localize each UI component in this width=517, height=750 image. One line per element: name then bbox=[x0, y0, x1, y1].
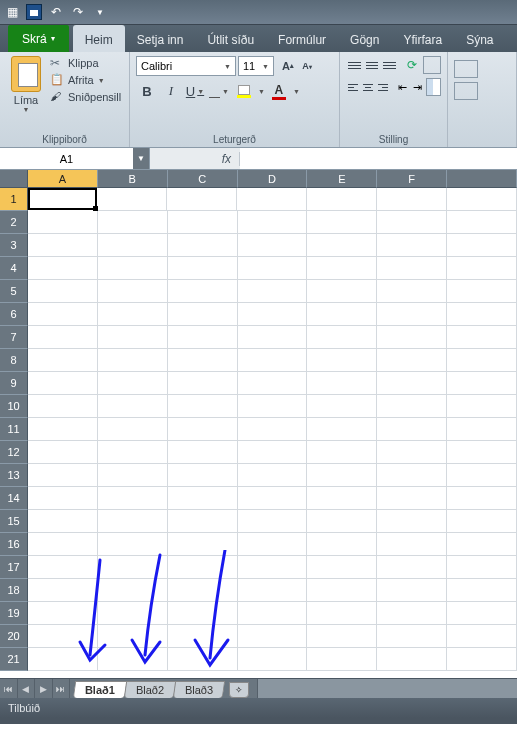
cell[interactable] bbox=[238, 395, 308, 418]
cell[interactable] bbox=[168, 280, 238, 303]
col-header-E[interactable]: E bbox=[307, 170, 377, 188]
cell[interactable] bbox=[98, 625, 168, 648]
fill-color-button[interactable] bbox=[232, 80, 256, 102]
cell[interactable] bbox=[98, 441, 168, 464]
cell[interactable] bbox=[168, 303, 238, 326]
tab-page-layout[interactable]: Útlit síðu bbox=[195, 25, 266, 52]
col-header-A[interactable]: A bbox=[28, 170, 98, 188]
cell[interactable] bbox=[98, 280, 168, 303]
cell[interactable] bbox=[377, 418, 447, 441]
cell[interactable] bbox=[28, 395, 98, 418]
cell[interactable] bbox=[98, 648, 168, 671]
border-button[interactable]: ▼ bbox=[208, 80, 230, 102]
cell[interactable] bbox=[307, 418, 377, 441]
cell[interactable] bbox=[377, 326, 447, 349]
shrink-font-button[interactable]: A▾ bbox=[298, 56, 316, 76]
row-header-7[interactable]: 7 bbox=[0, 326, 28, 349]
cell[interactable] bbox=[28, 625, 98, 648]
cell[interactable] bbox=[447, 602, 517, 625]
cell[interactable] bbox=[238, 303, 308, 326]
row-header-15[interactable]: 15 bbox=[0, 510, 28, 533]
cell[interactable] bbox=[377, 648, 447, 671]
font-name-select[interactable]: Calibri▼ bbox=[136, 56, 236, 76]
cell[interactable] bbox=[447, 648, 517, 671]
name-box-dropdown-icon[interactable]: ▼ bbox=[133, 148, 149, 169]
cell[interactable] bbox=[168, 602, 238, 625]
cell[interactable] bbox=[377, 372, 447, 395]
cell[interactable] bbox=[98, 303, 168, 326]
cell[interactable] bbox=[238, 648, 308, 671]
cell[interactable] bbox=[28, 257, 98, 280]
cell[interactable] bbox=[28, 234, 98, 257]
cell[interactable] bbox=[98, 211, 168, 234]
cell[interactable] bbox=[98, 556, 168, 579]
tab-insert[interactable]: Setja inn bbox=[125, 25, 196, 52]
row-header-20[interactable]: 20 bbox=[0, 625, 28, 648]
cell[interactable] bbox=[377, 602, 447, 625]
row-header-1[interactable]: 1 bbox=[0, 188, 28, 211]
row-header-11[interactable]: 11 bbox=[0, 418, 28, 441]
cell[interactable] bbox=[447, 280, 517, 303]
sheet-nav-next-icon[interactable]: ▶ bbox=[35, 679, 53, 698]
font-size-select[interactable]: 11▼ bbox=[238, 56, 274, 76]
format-painter-button[interactable]: Sniðpensill bbox=[50, 90, 121, 104]
cell[interactable] bbox=[307, 602, 377, 625]
cell[interactable] bbox=[447, 510, 517, 533]
cell[interactable] bbox=[307, 349, 377, 372]
cell[interactable] bbox=[307, 464, 377, 487]
wrap-text-button[interactable] bbox=[423, 56, 441, 74]
tab-data[interactable]: Gögn bbox=[338, 25, 391, 52]
row-header-21[interactable]: 21 bbox=[0, 648, 28, 671]
cell[interactable] bbox=[168, 257, 238, 280]
cell[interactable] bbox=[377, 556, 447, 579]
font-color-button[interactable]: A bbox=[267, 80, 291, 102]
cell[interactable] bbox=[447, 303, 517, 326]
cell[interactable] bbox=[238, 418, 308, 441]
cell[interactable] bbox=[28, 510, 98, 533]
cell[interactable] bbox=[307, 257, 377, 280]
cell[interactable] bbox=[238, 234, 308, 257]
sheet-nav-last-icon[interactable]: ⏭ bbox=[53, 679, 71, 698]
cell[interactable] bbox=[447, 487, 517, 510]
cell[interactable] bbox=[447, 188, 517, 211]
row-header-3[interactable]: 3 bbox=[0, 234, 28, 257]
cell[interactable] bbox=[307, 579, 377, 602]
cell[interactable] bbox=[447, 464, 517, 487]
redo-icon[interactable]: ↷ bbox=[70, 4, 86, 20]
cell[interactable] bbox=[377, 303, 447, 326]
cell[interactable] bbox=[447, 579, 517, 602]
cell[interactable] bbox=[447, 326, 517, 349]
cell[interactable] bbox=[168, 464, 238, 487]
merge-cells-button[interactable] bbox=[426, 78, 441, 96]
row-header-4[interactable]: 4 bbox=[0, 257, 28, 280]
cell[interactable] bbox=[377, 487, 447, 510]
cell[interactable] bbox=[447, 556, 517, 579]
cell[interactable] bbox=[377, 257, 447, 280]
cut-button[interactable]: Klippa bbox=[50, 56, 121, 70]
cell[interactable] bbox=[168, 372, 238, 395]
cell[interactable] bbox=[168, 418, 238, 441]
cell[interactable] bbox=[238, 487, 308, 510]
increase-indent-button[interactable]: ⇥ bbox=[411, 78, 425, 96]
row-header-5[interactable]: 5 bbox=[0, 280, 28, 303]
align-center-button[interactable] bbox=[361, 78, 375, 96]
copy-button[interactable]: Afrita ▼ bbox=[50, 73, 121, 87]
cell[interactable] bbox=[377, 510, 447, 533]
cell[interactable] bbox=[447, 372, 517, 395]
cell[interactable] bbox=[377, 395, 447, 418]
cell[interactable] bbox=[377, 579, 447, 602]
row-header-8[interactable]: 8 bbox=[0, 349, 28, 372]
cell[interactable] bbox=[238, 441, 308, 464]
cell[interactable] bbox=[98, 602, 168, 625]
cell[interactable] bbox=[168, 441, 238, 464]
cell[interactable] bbox=[377, 211, 447, 234]
cell[interactable] bbox=[28, 188, 97, 210]
cell[interactable] bbox=[168, 556, 238, 579]
align-top-button[interactable] bbox=[346, 56, 363, 74]
cell[interactable] bbox=[28, 556, 98, 579]
cell[interactable] bbox=[98, 510, 168, 533]
col-header-D[interactable]: D bbox=[238, 170, 308, 188]
grow-font-button[interactable]: A▴ bbox=[279, 56, 297, 76]
cell[interactable] bbox=[28, 464, 98, 487]
cell[interactable] bbox=[28, 303, 98, 326]
